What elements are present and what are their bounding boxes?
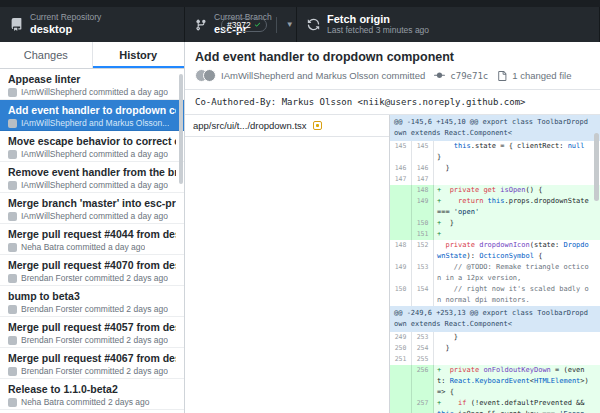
diff-line-context: 150154 // right now it's scaled badly on… <box>390 284 600 306</box>
commit-list-title: Remove event handler from the bran... <box>8 166 176 178</box>
new-line-number: 153 <box>412 262 434 284</box>
old-line-number: 149 <box>390 262 412 284</box>
new-line-number: 146 <box>412 163 434 174</box>
commit-list-meta: IAmWillShepherd committed a day ago <box>21 180 168 190</box>
new-line-number: 150 <box>412 218 434 229</box>
list-item[interactable]: Move escape behavior to correct co...IAm… <box>0 131 184 162</box>
old-line-number: 150 <box>390 284 412 306</box>
toolbar-divider <box>276 17 277 33</box>
old-line-number: 251 <box>390 354 412 365</box>
commit-list-meta: IAmWillShepherd committed a day ago <box>21 149 168 159</box>
new-line-number: 147 <box>412 174 434 185</box>
old-line-number: 147 <box>390 174 412 185</box>
repo-icon <box>10 18 23 31</box>
commit-list-meta: IAmWillShepherd committed a day ago <box>21 211 168 221</box>
commit-detail: Add event handler to dropdown component … <box>185 42 600 413</box>
diff-line-added: 149+ return this.props.dropdownState ===… <box>390 196 600 218</box>
old-line-number <box>390 218 412 229</box>
git-commit-icon <box>434 70 445 81</box>
commit-list-title: Appease linter <box>8 73 176 85</box>
commit-list-title: Merge branch 'master' into esc-pr <box>8 197 176 209</box>
new-line-number: 148 <box>412 185 434 196</box>
diff-line-added: 151+ <box>390 229 600 240</box>
current-repository-button[interactable]: Current Repository desktop <box>0 7 185 42</box>
commit-list-title: Move escape behavior to correct co... <box>8 135 176 147</box>
toolbar: Current Repository desktop Current Branc… <box>0 7 600 42</box>
list-item[interactable]: Appease linterIAmWillShepherd committed … <box>0 69 184 100</box>
commit-list-title: Release to 1.1.0-beta2 <box>8 383 176 395</box>
list-item[interactable]: Remove event handler from the bran...IAm… <box>0 162 184 193</box>
chevron-down-icon[interactable]: ▼ <box>286 20 294 29</box>
old-line-number: 145 <box>390 141 412 163</box>
app-body: Changes History Appease linterIAmWillShe… <box>0 42 600 413</box>
diff-line-added: 150+ } <box>390 218 600 229</box>
list-item[interactable]: Merge pull request #4057 from desk...Bre… <box>0 317 184 348</box>
list-item[interactable]: Merge branch 'master' into esc-prIAmWill… <box>0 193 184 224</box>
new-line-number: 255 <box>412 354 434 365</box>
avatar <box>8 398 17 407</box>
list-item[interactable]: Merge pull request #4070 from desk...Bre… <box>0 255 184 286</box>
commit-list-meta: IAmWillShepherd and Markus Olsson... <box>21 118 169 128</box>
tab-changes[interactable]: Changes <box>0 42 93 68</box>
sidebar: Changes History Appease linterIAmWillShe… <box>0 42 185 413</box>
commit-list-meta: IAmWillShepherd committed a day ago <box>21 87 168 97</box>
avatar <box>8 88 17 97</box>
avatar <box>8 274 17 283</box>
changed-file-row[interactable]: app/src/ui/t.../dropdown.tsx <box>185 115 389 137</box>
diff-line-context: 146146 } <box>390 163 600 174</box>
commit-list-title: Merge pull request #4067 from desk... <box>8 352 176 364</box>
tab-history[interactable]: History <box>93 42 185 68</box>
old-line-number <box>390 185 412 196</box>
current-repository-label: Current Repository <box>30 13 101 23</box>
file-icon <box>497 71 507 81</box>
content-split: app/src/ui/t.../dropdown.tsx @@ -145,6 +… <box>185 115 600 413</box>
diff-line-context: 149153 // @TODO: Remake triangle octicon… <box>390 262 600 284</box>
sidebar-scrollbar[interactable] <box>179 74 183 184</box>
list-item[interactable]: Release to 1.1.0-beta2Neha Batra committ… <box>0 379 184 410</box>
commit-list-title: Merge pull request #4044 from desk... <box>8 228 176 240</box>
commit-sha[interactable]: c79e71c <box>450 71 488 81</box>
old-line-number: 146 <box>390 163 412 174</box>
commit-list-meta: Neha Batra committed 2 days ago <box>21 397 150 407</box>
commit-byline: IAmWillShepherd and Markus Olsson commit… <box>221 70 425 81</box>
diff-view: @@ -145,6 +145,10 @@ export class Toolba… <box>390 115 600 413</box>
changed-file-list: app/src/ui/t.../dropdown.tsx <box>185 115 390 413</box>
new-line-number: 152 <box>412 240 434 262</box>
diff-body: @@ -145,6 +145,10 @@ export class Toolba… <box>390 115 600 413</box>
avatar <box>8 305 17 314</box>
avatar <box>8 336 17 345</box>
diff-line-added: 256+ private onFoldoutKeyDown = (event: … <box>390 365 600 398</box>
pr-status-badge[interactable]: #3972 <box>221 18 267 32</box>
diff-line-context: 148152 private dropdownIcon(state: Dropd… <box>390 240 600 262</box>
hunk-header: @@ -145,6 +145,10 @@ export class Toolba… <box>390 115 600 141</box>
old-line-number <box>390 229 412 240</box>
files-changed-count: 1 changed file <box>512 70 571 81</box>
list-item[interactable]: bump to beta3Brendan Forster committed 2… <box>0 286 184 317</box>
list-item[interactable]: Merge pull request #4067 from desk...Bre… <box>0 348 184 379</box>
commit-list-title: Merge pull request #4057 from desk... <box>8 321 176 333</box>
list-item[interactable]: Add event handler to dropdown com...IAmW… <box>0 100 184 131</box>
diff-scrollbar[interactable] <box>594 133 599 201</box>
diff-line-added: 257+ if (!event.defaultPrevented && this… <box>390 398 600 413</box>
pr-number: #3972 <box>227 20 251 30</box>
commit-description: Co-Authored-By: Markus Olsson <niik@user… <box>185 89 600 115</box>
old-line-number <box>390 398 412 413</box>
commit-list-title: bump to beta3 <box>8 290 176 302</box>
commit-list-meta: Brendan Forster committed 2 days ago <box>21 366 168 376</box>
avatar <box>203 69 216 82</box>
diff-line-context: 147147 <box>390 174 600 185</box>
commit-meta-row: IAmWillShepherd and Markus Olsson commit… <box>195 69 590 82</box>
diff-line-added: 148+ private get isOpen() { <box>390 185 600 196</box>
avatar <box>8 243 17 252</box>
list-item[interactable]: Merge pull request #4044 from desk...Neh… <box>0 224 184 255</box>
commit-list-meta: Brendan Forster committed 2 days ago <box>21 335 168 345</box>
sidebar-tabs: Changes History <box>0 42 184 69</box>
new-line-number: 256 <box>412 365 434 398</box>
file-path: app/src/ui/t.../dropdown.tsx <box>193 120 307 131</box>
current-branch-button[interactable]: Current Branch esc-pr #3972 ▼ <box>185 7 297 42</box>
new-line-number: 253 <box>412 332 434 343</box>
avatar <box>8 367 17 376</box>
new-line-number: 149 <box>412 196 434 218</box>
fetch-origin-button[interactable]: Fetch origin Last fetched 3 minutes ago <box>297 7 600 42</box>
new-line-number: 151 <box>412 229 434 240</box>
